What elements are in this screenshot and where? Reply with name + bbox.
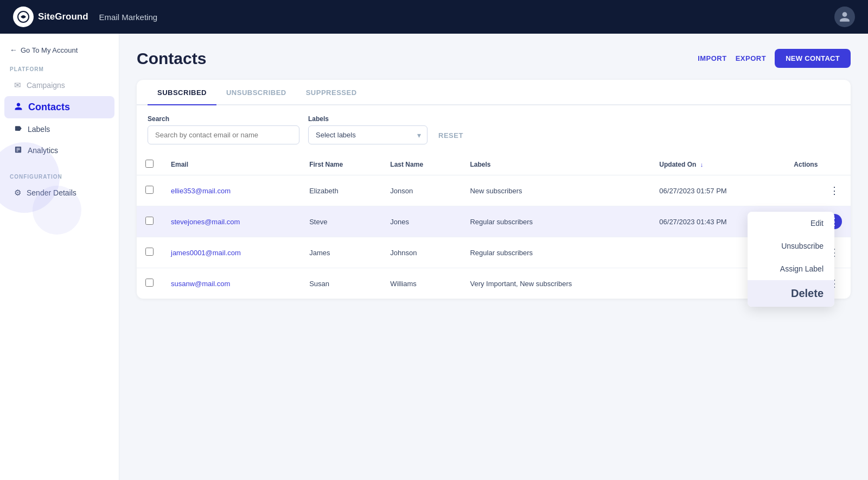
sidebar-item-sender-details[interactable]: ⚙ Sender Details xyxy=(4,182,114,203)
sidebar-item-sender-details-label: Sender Details xyxy=(27,188,76,197)
back-link-label: Go To My Account xyxy=(21,46,78,54)
row1-labels: New subscribers xyxy=(461,175,650,206)
row3-first-name: James xyxy=(301,237,381,268)
page-title: Contacts xyxy=(137,49,206,68)
topnav: SiteGround Email Marketing xyxy=(0,0,868,34)
search-input[interactable] xyxy=(148,125,299,144)
menu-edit[interactable]: Edit xyxy=(748,212,834,235)
main-content: Contacts IMPORT EXPORT NEW CONTACT SUBSC… xyxy=(119,34,868,480)
row1-checkbox[interactable] xyxy=(145,186,154,194)
table-row: james0001@mail.com James Johnson Regular… xyxy=(137,237,851,268)
row1-actions-cell: ⋮ xyxy=(785,175,851,206)
row1-last-name: Jonson xyxy=(381,175,461,206)
row4-labels: Very Important, New subscribers xyxy=(461,268,650,299)
menu-assign-label[interactable]: Assign Label xyxy=(748,257,834,280)
col-email: Email xyxy=(162,154,301,175)
table-body: ellie353@mail.com Elizabeth Jonson New s… xyxy=(137,175,851,299)
logo-wrap: SiteGround xyxy=(13,7,88,27)
row1-checkbox-cell xyxy=(137,175,162,206)
header-checkbox-cell xyxy=(137,154,162,175)
sidebar-item-labels[interactable]: Labels xyxy=(4,119,114,140)
sidebar-item-analytics-label: Analytics xyxy=(28,146,58,155)
campaigns-icon: ✉ xyxy=(14,80,21,90)
new-contact-button[interactable]: NEW CONTACT xyxy=(775,49,851,68)
filters: Search Labels Select labels RESET xyxy=(137,105,851,154)
row1-email-link[interactable]: ellie353@mail.com xyxy=(171,187,231,195)
table-row: stevejones@mail.com Steve Jones Regular … xyxy=(137,206,851,237)
sidebar-item-labels-label: Labels xyxy=(28,125,50,134)
col-labels: Labels xyxy=(461,154,650,175)
row3-checkbox-cell xyxy=(137,237,162,268)
row4-first-name: Susan xyxy=(301,268,381,299)
export-button[interactable]: EXPORT xyxy=(736,54,766,62)
menu-delete[interactable]: Delete xyxy=(748,280,834,307)
row4-last-name: Williams xyxy=(381,268,461,299)
row4-checkbox-cell xyxy=(137,268,162,299)
row3-email-link[interactable]: james0001@mail.com xyxy=(171,249,241,257)
sidebar-item-analytics[interactable]: Analytics xyxy=(4,140,114,161)
row4-email-link[interactable]: susanw@mail.com xyxy=(171,280,230,288)
tab-subscribed[interactable]: SUBSCRIBED xyxy=(148,80,216,105)
sidebar: ← Go To My Account PLATFORM ✉ Campaigns … xyxy=(0,34,119,480)
table-row: ellie353@mail.com Elizabeth Jonson New s… xyxy=(137,175,851,206)
header-actions: IMPORT EXPORT NEW CONTACT xyxy=(698,49,851,68)
search-label: Search xyxy=(148,115,299,123)
row3-last-name: Johnson xyxy=(381,237,461,268)
sender-details-icon: ⚙ xyxy=(14,188,21,198)
import-button[interactable]: IMPORT xyxy=(698,54,727,62)
search-filter-group: Search xyxy=(148,115,299,144)
contacts-card: SUBSCRIBED UNSUBSCRIBED SUPPRESSED Searc… xyxy=(137,80,851,299)
row2-labels: Regular subscribers xyxy=(461,206,650,237)
row3-checkbox[interactable] xyxy=(145,248,154,256)
section-label-platform: PLATFORM xyxy=(0,63,119,74)
layout: ← Go To My Account PLATFORM ✉ Campaigns … xyxy=(0,34,868,480)
analytics-icon xyxy=(14,146,22,155)
reset-button[interactable]: RESET xyxy=(436,127,465,144)
col-updated-on[interactable]: Updated On ↓ xyxy=(650,154,785,175)
table-header-row: Email First Name Last Name Labels Update… xyxy=(137,154,851,175)
row4-checkbox[interactable] xyxy=(145,279,154,287)
page-header: Contacts IMPORT EXPORT NEW CONTACT xyxy=(137,49,851,68)
row1-updated-on: 06/27/2023 01:57 PM xyxy=(650,175,785,206)
row2-last-name: Jones xyxy=(381,206,461,237)
row4-email: susanw@mail.com xyxy=(162,268,301,299)
labels-select-wrap: Select labels xyxy=(308,125,427,144)
sidebar-item-contacts[interactable]: Contacts xyxy=(4,96,114,118)
labels-label: Labels xyxy=(308,115,427,123)
row3-labels: Regular subscribers xyxy=(461,237,650,268)
tab-suppressed[interactable]: SUPPRESSED xyxy=(296,80,367,105)
contacts-table: Email First Name Last Name Labels Update… xyxy=(137,154,851,299)
logo-text: SiteGround xyxy=(38,11,88,22)
app-name: Email Marketing xyxy=(99,12,158,22)
contacts-icon xyxy=(14,102,23,112)
row2-email-link[interactable]: stevejones@mail.com xyxy=(171,218,240,226)
sort-indicator: ↓ xyxy=(700,161,704,168)
row2-checkbox-cell xyxy=(137,206,162,237)
sidebar-item-campaigns[interactable]: ✉ Campaigns xyxy=(4,75,114,96)
labels-filter-group: Labels Select labels xyxy=(308,115,427,144)
menu-unsubscribe[interactable]: Unsubscribe xyxy=(748,235,834,257)
sidebar-item-contacts-label: Contacts xyxy=(28,102,70,113)
section-label-config: CONFIGURATION xyxy=(0,170,119,182)
col-actions: Actions xyxy=(785,154,851,175)
topnav-left: SiteGround Email Marketing xyxy=(13,7,157,27)
labels-select[interactable]: Select labels xyxy=(308,125,427,144)
row2-checkbox[interactable] xyxy=(145,217,154,225)
row3-email: james0001@mail.com xyxy=(162,237,301,268)
context-menu: Edit Unsubscribe Assign Label Delete xyxy=(748,212,834,307)
row2-email: stevejones@mail.com xyxy=(162,206,301,237)
sidebar-item-campaigns-label: Campaigns xyxy=(27,81,65,90)
table-container: Email First Name Last Name Labels Update… xyxy=(137,154,851,299)
row1-email: ellie353@mail.com xyxy=(162,175,301,206)
labels-icon xyxy=(14,124,22,134)
user-avatar[interactable] xyxy=(834,7,855,27)
table-row: susanw@mail.com Susan Williams Very Impo… xyxy=(137,268,851,299)
row1-actions-button[interactable]: ⋮ xyxy=(827,183,842,198)
back-link[interactable]: ← Go To My Account xyxy=(0,40,119,63)
back-arrow-icon: ← xyxy=(10,46,17,54)
tabs: SUBSCRIBED UNSUBSCRIBED SUPPRESSED xyxy=(137,80,851,105)
col-last-name: Last Name xyxy=(381,154,461,175)
select-all-checkbox[interactable] xyxy=(145,160,154,168)
tab-unsubscribed[interactable]: UNSUBSCRIBED xyxy=(216,80,296,105)
table-head: Email First Name Last Name Labels Update… xyxy=(137,154,851,175)
